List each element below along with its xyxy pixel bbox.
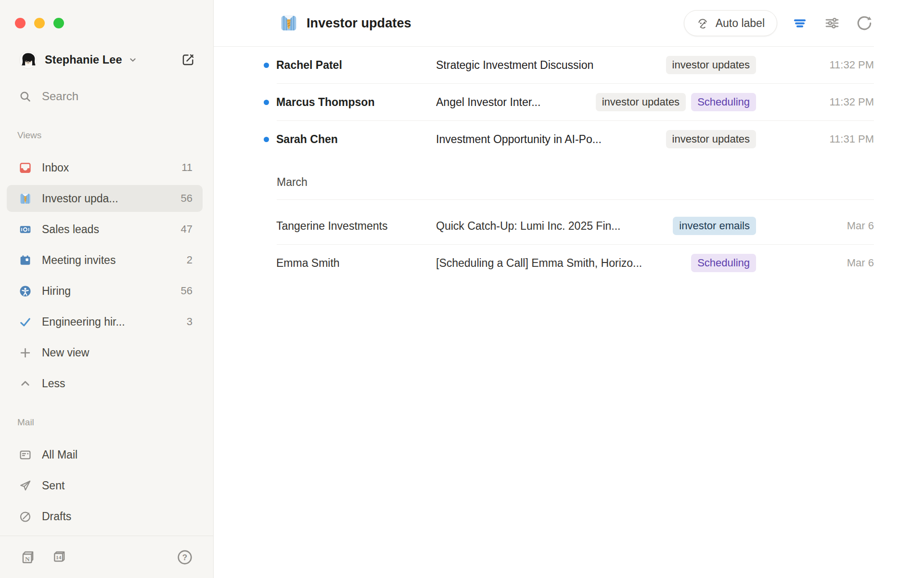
email-subject: Quick Catch-Up: Lumi Inc. 2025 Fin... (436, 220, 621, 233)
svg-text:?: ? (182, 553, 187, 562)
sidebar-item-all-mail[interactable]: All Mail (7, 441, 203, 468)
close-window-button[interactable] (15, 18, 26, 28)
plus-icon (19, 346, 32, 359)
calendar-icon (19, 254, 32, 267)
email-row[interactable]: Tangerine Investments Quick Catch-Up: Lu… (214, 208, 874, 244)
sidebar: Stephanie Lee Search Views Inbox (0, 0, 214, 578)
sidebar-item-count: 3 (187, 315, 192, 328)
email-subject: [Scheduling a Call] Emma Smith, Horizo..… (436, 257, 642, 270)
main-content: Investor updates Auto label (214, 0, 924, 578)
svg-text:N: N (25, 555, 30, 562)
sidebar-footer: N 14 ? (0, 536, 213, 578)
filter-icon[interactable] (790, 13, 809, 33)
mail-list: All Mail Sent Drafts (0, 441, 213, 534)
sidebar-item-count: 2 (187, 254, 192, 266)
sidebar-item-count: 47 (181, 223, 192, 236)
sidebar-item-label: Drafts (42, 510, 192, 523)
email-time: 11:31 PM (756, 133, 874, 145)
email-time: 11:32 PM (756, 59, 874, 71)
email-sender: Rachel Patel (276, 59, 436, 72)
view-header: Investor updates Auto label (214, 0, 924, 46)
sidebar-item-label: Hiring (42, 285, 181, 298)
sidebar-item-sales-leads[interactable]: Sales leads 47 (7, 216, 203, 243)
email-time: Mar 6 (756, 220, 874, 232)
email-sender: Sarah Chen (276, 133, 436, 146)
auto-label-button[interactable]: Auto label (684, 10, 777, 36)
sidebar-item-hiring[interactable]: Hiring 56 (7, 277, 203, 304)
sidebar-item-label: All Mail (42, 448, 192, 461)
page-title: Investor updates (307, 16, 411, 31)
sidebar-item-new-view[interactable]: New view (7, 339, 203, 366)
sidebar-item-less[interactable]: Less (7, 370, 203, 397)
sidebar-item-drafts[interactable]: Drafts (7, 503, 203, 530)
sidebar-item-label: Inbox (42, 161, 181, 174)
email-time: 11:32 PM (756, 96, 874, 108)
sidebar-item-sent[interactable]: Sent (7, 472, 203, 499)
sidebar-item-meeting-invites[interactable]: Meeting invites 2 (7, 247, 203, 274)
email-label[interactable]: investor updates (596, 93, 686, 111)
zoom-window-button[interactable] (53, 18, 64, 28)
unread-dot (264, 137, 269, 142)
email-sender: Emma Smith (276, 257, 436, 270)
person-icon (19, 285, 32, 298)
sidebar-item-count: 56 (181, 192, 192, 205)
sidebar-item-label: New view (42, 346, 192, 359)
user-name: Stephanie Lee (45, 53, 122, 66)
necktie-icon (19, 192, 32, 205)
email-label[interactable]: investor updates (666, 56, 756, 74)
sidebar-item-count: 56 (181, 285, 192, 297)
sidebar-item-label: Sent (42, 479, 192, 492)
views-list: Inbox 11 Investor upda... 56 (0, 154, 213, 401)
search-input[interactable]: Search (0, 83, 213, 110)
unread-dot (264, 63, 269, 68)
email-subject: Strategic Investment Discussion (436, 59, 593, 72)
necktie-icon (279, 13, 298, 33)
svg-text:14: 14 (56, 554, 62, 560)
email-label[interactable]: Scheduling (691, 93, 756, 111)
chevron-down-icon[interactable] (128, 54, 138, 65)
money-icon (19, 223, 32, 236)
check-icon (19, 315, 32, 328)
sidebar-item-label: Engineering hir... (42, 315, 187, 328)
help-icon[interactable]: ? (177, 549, 193, 565)
sidebar-item-investor-updates[interactable]: Investor upda... 56 (7, 185, 203, 212)
refresh-icon[interactable] (855, 13, 874, 33)
group-header: March (214, 158, 874, 199)
avatar (19, 51, 37, 69)
email-label[interactable]: investor updates (666, 130, 756, 148)
auto-label-icon (696, 17, 709, 30)
notion-calendar-icon[interactable]: 14 (51, 549, 67, 565)
send-icon (19, 479, 32, 492)
sidebar-item-label: Less (42, 377, 192, 390)
email-row[interactable]: Marcus Thompson Angel Investor Inter... … (214, 84, 874, 120)
sidebar-item-label: Sales leads (42, 223, 181, 236)
drafts-icon (19, 510, 32, 523)
compose-icon[interactable] (181, 53, 195, 66)
email-row[interactable]: Emma Smith [Scheduling a Call] Emma Smit… (214, 245, 874, 281)
email-sender: Marcus Thompson (276, 96, 436, 109)
window-controls (15, 18, 64, 28)
inbox-icon (19, 161, 32, 174)
minimize-window-button[interactable] (34, 18, 45, 28)
email-subject: Angel Investor Inter... (436, 96, 540, 109)
search-icon (19, 90, 32, 103)
email-row[interactable]: Rachel Patel Strategic Investment Discus… (214, 47, 874, 83)
email-label[interactable]: Scheduling (691, 254, 756, 272)
email-row[interactable]: Sarah Chen Investment Opportunity in AI-… (214, 121, 874, 158)
account-switcher[interactable]: Stephanie Lee (19, 50, 195, 70)
email-list: Rachel Patel Strategic Investment Discus… (214, 47, 924, 281)
display-settings-icon[interactable] (822, 13, 842, 33)
email-label[interactable]: investor emails (673, 217, 756, 235)
email-time: Mar 6 (756, 257, 874, 269)
email-subject: Investment Opportunity in AI-Po... (436, 133, 602, 146)
unread-dot (264, 100, 269, 105)
views-section-label: Views (17, 130, 213, 141)
sidebar-item-engineering-hiring[interactable]: Engineering hir... 3 (7, 308, 203, 335)
sidebar-item-inbox[interactable]: Inbox 11 (7, 154, 203, 181)
chevron-up-icon (19, 377, 32, 390)
search-placeholder: Search (42, 90, 78, 103)
auto-label-button-label: Auto label (716, 17, 765, 30)
email-sender: Tangerine Investments (276, 220, 436, 233)
sidebar-item-label: Investor upda... (42, 192, 181, 205)
notion-icon[interactable]: N (19, 549, 36, 565)
